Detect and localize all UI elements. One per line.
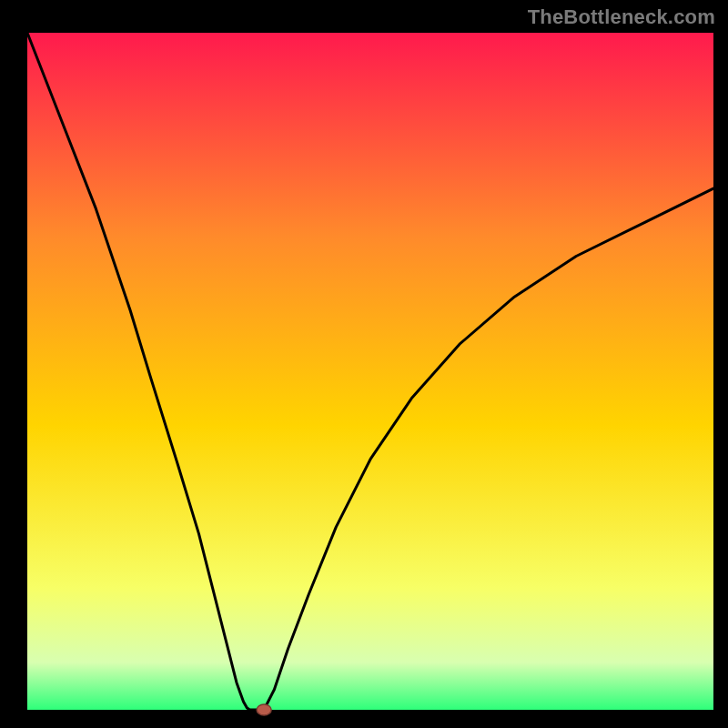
optimal-marker: [257, 704, 271, 715]
chart-stage: TheBottleneck.com: [0, 0, 728, 728]
bottleneck-plot: [0, 0, 728, 728]
plot-background: [27, 33, 713, 710]
